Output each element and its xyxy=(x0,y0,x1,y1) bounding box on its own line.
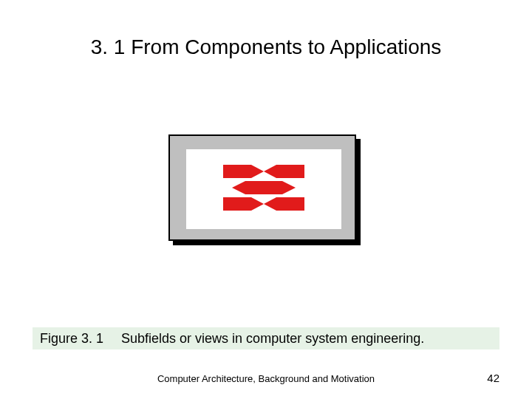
svg-rect-8 xyxy=(245,181,282,194)
svg-marker-2 xyxy=(251,165,264,178)
figure-caption-bar: Figure 3. 1 Subfields or views in comput… xyxy=(33,327,499,349)
svg-marker-3 xyxy=(264,165,276,178)
footer-text: Computer Architecture, Background and Mo… xyxy=(0,373,532,384)
svg-rect-0 xyxy=(223,165,251,178)
figure-caption-text: Subfields or views in computer system en… xyxy=(121,331,424,347)
svg-rect-4 xyxy=(223,197,251,211)
slide-title: 3. 1 From Components to Applications xyxy=(0,35,532,59)
svg-marker-9 xyxy=(232,181,245,194)
svg-marker-10 xyxy=(282,181,296,194)
figure-frame xyxy=(168,134,356,241)
broken-image-icon xyxy=(223,165,304,214)
figure-inner xyxy=(186,149,341,229)
page-number: 42 xyxy=(487,372,499,384)
svg-rect-1 xyxy=(276,165,304,178)
svg-rect-5 xyxy=(276,197,304,211)
figure-caption-label: Figure 3. 1 xyxy=(40,331,103,347)
svg-marker-6 xyxy=(251,197,264,211)
svg-marker-7 xyxy=(264,197,276,211)
figure-container xyxy=(168,134,361,245)
